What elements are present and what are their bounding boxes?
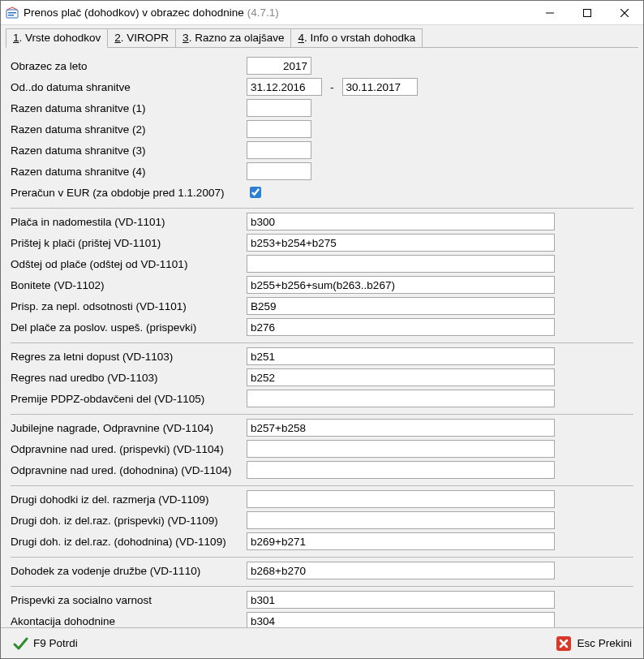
titlebar: Prenos plač (dohodkov) v obrazec dohodni… xyxy=(1,1,643,25)
g1-r3-label: Odštej od plače (odštej od VD-1101) xyxy=(11,258,242,270)
odpravnine-prisp-input[interactable] xyxy=(247,440,555,458)
svg-rect-4 xyxy=(584,9,591,16)
form-body: Obrazec za leto Od..do datuma shranitve … xyxy=(1,49,643,627)
g1-r4-label: Bonitete (VD-1102) xyxy=(11,279,242,291)
separator xyxy=(11,581,633,589)
app-window: Prenos plač (dohodkov) v obrazec dohodni… xyxy=(0,0,644,659)
g4-r3-label: Drugi doh. iz del.raz. (dohodnina) (VD-1… xyxy=(11,536,242,548)
check-icon xyxy=(12,635,28,652)
date-range-label: Od..do datuma shranitve xyxy=(11,81,242,93)
prisp-nepl-input[interactable] xyxy=(247,297,555,315)
vodenje-druzbe-input[interactable] xyxy=(247,562,555,579)
g5-r1-label: Dohodek za vodenje družbe (VD-1110) xyxy=(11,565,242,577)
except-date-4-input[interactable] xyxy=(247,162,311,180)
g1-r6-label: Del plače za poslov. uspeš. (prispevki) xyxy=(11,321,242,334)
window-title: Prenos plač (dohodkov) v obrazec dohodni… xyxy=(24,6,244,19)
svg-rect-3 xyxy=(546,12,554,13)
g6-r2-label: Akontacija dohodnine xyxy=(11,615,242,627)
close-icon xyxy=(620,9,629,17)
drugi-doh-input[interactable] xyxy=(247,490,555,508)
confirm-label: F9 Potrdi xyxy=(33,637,78,649)
except-date-3-label: Razen datuma shranitve (3) xyxy=(11,144,242,157)
g4-r2-label: Drugi doh. iz del.raz. (prispevki) (VD-1… xyxy=(11,515,242,527)
del-place-input[interactable] xyxy=(247,318,555,336)
cancel-icon xyxy=(556,635,572,652)
g3-r1-label: Jubilejne nagrade, Odpravnine (VD-1104) xyxy=(11,422,242,434)
except-date-1-input[interactable] xyxy=(247,99,311,117)
cancel-label: Esc Prekini xyxy=(577,637,632,649)
separator xyxy=(11,409,633,417)
jubilejne-input[interactable] xyxy=(247,419,555,437)
tab-strip: 1. Vrste dohodkov 2. VIROPR 3. Razno za … xyxy=(1,25,643,48)
footer: F9 Potrdi Esc Prekini xyxy=(1,627,643,658)
tab-info-o-vrstah-dohodka[interactable]: 4. Info o vrstah dohodka xyxy=(290,28,423,48)
g2-r2-label: Regres nad uredbo (VD-1103) xyxy=(11,372,242,384)
eur-recalc-label: Preračun v EUR (za obdobje pred 1.1.2007… xyxy=(11,187,242,199)
placa-input[interactable] xyxy=(247,213,555,230)
except-date-4-label: Razen datuma shranitve (4) xyxy=(11,166,242,178)
maximize-icon xyxy=(583,9,591,17)
year-label: Obrazec za leto xyxy=(11,60,242,72)
tab-vrste-dohodkov[interactable]: 1. Vrste dohodkov xyxy=(6,28,108,48)
tab-razno-za-olajsave[interactable]: 3. Razno za olajšave xyxy=(175,28,291,48)
g1-r2-label: Prištej k plači (prištej VD-1101) xyxy=(11,237,242,249)
g1-r5-label: Prisp. za nepl. odsotnosti (VD-1101) xyxy=(11,300,242,312)
g2-r1-label: Regres za letni dopust (VD-1103) xyxy=(11,351,242,363)
year-input[interactable] xyxy=(247,57,311,75)
regres-input[interactable] xyxy=(247,347,555,365)
separator xyxy=(11,480,633,489)
tab-viropr[interactable]: 2. VIROPR xyxy=(107,28,176,48)
separator xyxy=(11,552,633,560)
drugi-doh-doh-input[interactable] xyxy=(247,532,555,550)
minimize-button[interactable] xyxy=(531,1,569,25)
akontacija-input[interactable] xyxy=(247,612,555,627)
window-version: (4.7.1) xyxy=(247,6,279,19)
regres-nad-input[interactable] xyxy=(247,368,555,386)
g3-r2-label: Odpravnine nad ured. (prispevki) (VD-110… xyxy=(11,443,242,455)
odpravnine-doh-input[interactable] xyxy=(247,461,555,479)
g1-r1-label: Plača in nadomestila (VD-1101) xyxy=(11,216,242,228)
date-from-input[interactable] xyxy=(247,78,322,96)
except-date-1-label: Razen datuma shranitve (1) xyxy=(11,102,242,114)
separator xyxy=(11,338,633,346)
pristej-input[interactable] xyxy=(247,234,555,252)
g2-r3-label: Premije PDPZ-obdavčeni del (VD-1105) xyxy=(11,393,242,405)
except-date-2-input[interactable] xyxy=(247,120,311,138)
odstej-input[interactable] xyxy=(247,255,555,273)
separator xyxy=(11,203,633,211)
except-date-2-label: Razen datuma shranitve (2) xyxy=(11,123,242,136)
g4-r1-label: Drugi dohodki iz del. razmerja (VD-1109) xyxy=(11,493,242,506)
eur-recalc-checkbox[interactable] xyxy=(250,187,261,198)
svg-rect-2 xyxy=(8,15,14,16)
cancel-button[interactable]: Esc Prekini xyxy=(552,634,635,653)
minimize-icon xyxy=(546,9,554,17)
g3-r3-label: Odpravnine nad ured. (dohodnina) (VD-110… xyxy=(11,464,242,476)
date-range-sep: - xyxy=(327,81,337,93)
date-to-input[interactable] xyxy=(342,78,418,96)
premije-pdpz-input[interactable] xyxy=(247,390,555,407)
svg-rect-1 xyxy=(8,12,16,14)
maximize-button[interactable] xyxy=(569,1,606,25)
close-button[interactable] xyxy=(606,1,643,25)
prispevki-soc-input[interactable] xyxy=(247,591,555,609)
app-icon xyxy=(6,6,19,19)
confirm-button[interactable]: F9 Potrdi xyxy=(9,634,81,653)
except-date-3-input[interactable] xyxy=(247,141,311,159)
bonitete-input[interactable] xyxy=(247,276,555,294)
svg-rect-0 xyxy=(6,10,18,18)
g6-r1-label: Prispevki za socialno varnost xyxy=(11,594,242,606)
drugi-doh-prisp-input[interactable] xyxy=(247,511,555,529)
